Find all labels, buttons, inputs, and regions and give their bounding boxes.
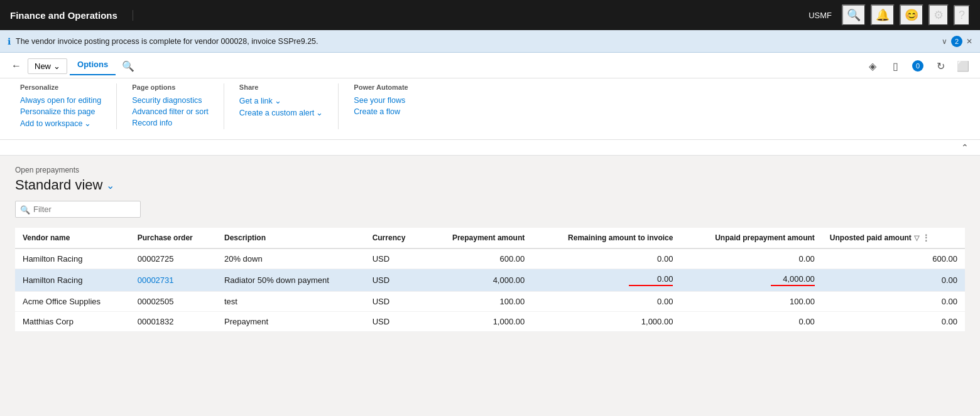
top-nav: Finance and Operations USMF 🔍 🔔 😊 ⚙ ? xyxy=(0,0,980,30)
ribbon-badge-count: 0 xyxy=(912,60,923,72)
table-row[interactable]: Acme Office Supplies 00002505 test USD 1… xyxy=(15,292,965,312)
tab-options[interactable]: Options xyxy=(70,57,116,75)
cell-description: Radiator 50% down payment xyxy=(217,269,365,292)
cell-remaining-amount: 0.00 xyxy=(532,269,680,292)
col-unposted-paid: Unposted paid amount ▽ ⋮ xyxy=(822,228,965,248)
cell-purchase-order: 00002725 xyxy=(130,248,217,269)
cell-currency: USD xyxy=(365,269,425,292)
info-icon: ℹ xyxy=(8,36,11,46)
cell-prepayment-amount: 100.00 xyxy=(424,292,532,312)
see-flows-link[interactable]: See your flows xyxy=(354,95,408,106)
create-flow-link[interactable]: Create a flow xyxy=(354,106,408,117)
maximize-icon[interactable]: ⬜ xyxy=(954,56,972,75)
data-table: Vendor name Purchase order Description C… xyxy=(15,228,965,332)
cell-remaining-amount: 0.00 xyxy=(532,248,680,269)
personalize-page-link[interactable]: Personalize this page xyxy=(20,106,101,117)
info-bar-text: The vendor invoice posting process is co… xyxy=(16,37,937,46)
options-personalize-section: Personalize Always open for editing Pers… xyxy=(15,83,117,129)
page-content: Open prepayments Standard view ⌄ 🔍 Vendo… xyxy=(0,156,980,342)
col-description: Description xyxy=(217,228,365,248)
filter-search-icon: 🔍 xyxy=(20,205,30,214)
col-unpaid-prepayment: Unpaid prepayment amount xyxy=(680,228,822,248)
help-icon[interactable]: ? xyxy=(954,5,970,26)
cell-vendor-name: Hamilton Racing xyxy=(15,269,130,292)
cell-currency: USD xyxy=(365,312,425,332)
new-button[interactable]: New ⌄ xyxy=(28,58,67,74)
ribbon-top-row: ← New ⌄ Options 🔍 ◈ ▯ 0 ↻ ⬜ xyxy=(8,56,972,78)
personalize-title: Personalize xyxy=(20,83,101,91)
add-to-workspace-link[interactable]: Add to workspace ⌄ xyxy=(20,117,101,129)
cell-unposted-paid: 0.00 xyxy=(822,292,965,312)
col-currency: Currency xyxy=(365,228,425,248)
cell-description: Prepayment xyxy=(217,312,365,332)
advanced-filter-link[interactable]: Advanced filter or sort xyxy=(132,106,209,117)
cell-remaining-amount: 1,000.00 xyxy=(532,312,680,332)
ribbon: ← New ⌄ Options 🔍 ◈ ▯ 0 ↻ ⬜ xyxy=(0,53,980,78)
top-nav-right: USMF 🔍 🔔 😊 ⚙ ? xyxy=(808,4,970,26)
ribbon-search-button[interactable]: 🔍 xyxy=(118,58,138,75)
page-options-title: Page options xyxy=(132,83,209,91)
chevron-down-label: ∨ xyxy=(942,37,947,46)
power-automate-title: Power Automate xyxy=(354,83,408,91)
always-open-editing-link[interactable]: Always open for editing xyxy=(20,95,101,106)
options-panel: Personalize Always open for editing Pers… xyxy=(0,78,980,140)
page-subtitle: Open prepayments xyxy=(15,166,965,174)
collapse-button[interactable]: ⌃ xyxy=(957,141,972,154)
cell-unpaid-prepayment: 0.00 xyxy=(680,312,822,332)
cell-prepayment-amount: 4,000.00 xyxy=(424,269,532,292)
info-bar: ℹ The vendor invoice posting process is … xyxy=(0,30,980,53)
share-title: Share xyxy=(239,83,324,91)
app-title: Finance and Operations xyxy=(10,10,133,21)
col-remaining-amount: Remaining amount to invoice xyxy=(532,228,680,248)
collapse-row: ⌃ xyxy=(0,140,980,156)
refresh-icon[interactable]: ↻ xyxy=(931,56,950,75)
table-row[interactable]: Hamilton Racing 00002725 20% down USD 60… xyxy=(15,248,965,269)
search-icon[interactable]: 🔍 xyxy=(842,4,866,26)
cell-unposted-paid: 600.00 xyxy=(822,248,965,269)
cell-remaining-amount: 0.00 xyxy=(532,292,680,312)
purchase-order-link[interactable]: 00002731 xyxy=(138,275,174,285)
page-title-text: Standard view xyxy=(15,177,102,193)
get-link-link[interactable]: Get a link ⌄ xyxy=(239,95,324,107)
cell-unpaid-prepayment: 0.00 xyxy=(680,248,822,269)
table-row[interactable]: Hamilton Racing 00002731 Radiator 50% do… xyxy=(15,269,965,292)
record-info-link[interactable]: Record info xyxy=(132,117,209,129)
ribbon-right-icons: ◈ ▯ 0 ↻ ⬜ xyxy=(863,56,972,75)
alert-chevron: ⌄ xyxy=(316,108,323,117)
cell-vendor-name: Acme Office Supplies xyxy=(15,292,130,312)
page-title: Standard view ⌄ xyxy=(15,177,965,193)
cell-description: 20% down xyxy=(217,248,365,269)
cell-unposted-paid: 0.00 xyxy=(822,269,965,292)
info-bar-right[interactable]: ∨ 2 ✕ xyxy=(942,36,972,47)
security-diagnostics-link[interactable]: Security diagnostics xyxy=(132,95,209,106)
cell-unposted-paid: 0.00 xyxy=(822,312,965,332)
options-share-section: Share Get a link ⌄ Create a custom alert… xyxy=(224,83,339,129)
info-count-badge: 2 xyxy=(951,36,962,47)
options-page-options-section: Page options Security diagnostics Advanc… xyxy=(117,83,224,129)
new-chevron-icon: ⌄ xyxy=(53,61,60,71)
options-power-automate-section: Power Automate See your flows Create a f… xyxy=(339,83,423,129)
page-title-chevron-icon[interactable]: ⌄ xyxy=(106,179,114,191)
cell-vendor-name: Matthias Corp xyxy=(15,312,130,332)
filter-input[interactable] xyxy=(15,201,141,218)
settings-icon[interactable]: ⚙ xyxy=(928,4,949,26)
new-label: New xyxy=(35,61,51,71)
diamond-icon[interactable]: ◈ xyxy=(863,56,882,75)
unposted-filter-icon[interactable]: ▽ xyxy=(914,234,919,242)
col-more-icon[interactable]: ⋮ xyxy=(922,233,930,243)
table-row[interactable]: Matthias Corp 00001832 Prepayment USD 1,… xyxy=(15,312,965,332)
cell-prepayment-amount: 1,000.00 xyxy=(424,312,532,332)
notifications-icon[interactable]: 🔔 xyxy=(871,4,895,26)
user-label: USMF xyxy=(808,11,832,20)
column-view-icon[interactable]: ▯ xyxy=(886,56,905,75)
cell-prepayment-amount: 600.00 xyxy=(424,248,532,269)
cell-vendor-name: Hamilton Racing xyxy=(15,248,130,269)
close-info-icon[interactable]: ✕ xyxy=(966,37,972,46)
user-face-icon[interactable]: 😊 xyxy=(900,4,923,26)
badge-button[interactable]: 0 xyxy=(908,56,927,75)
cell-currency: USD xyxy=(365,292,425,312)
back-button[interactable]: ← xyxy=(8,57,25,75)
create-custom-alert-link[interactable]: Create a custom alert ⌄ xyxy=(239,107,324,119)
table-body: Hamilton Racing 00002725 20% down USD 60… xyxy=(15,248,965,332)
cell-purchase-order[interactable]: 00002731 xyxy=(130,269,217,292)
